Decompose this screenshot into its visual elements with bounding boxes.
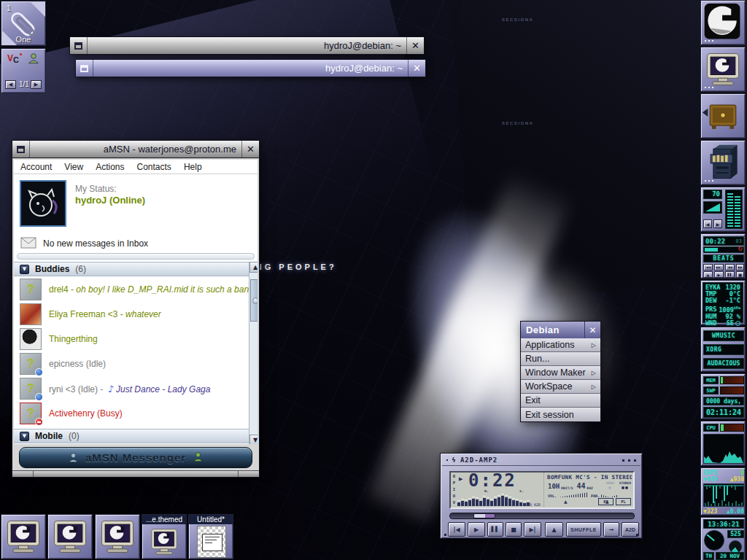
player-titlebar[interactable]: ϟ A2D-AMP2 xyxy=(442,455,640,466)
eject-button[interactable]: ▲ xyxy=(545,522,563,537)
window-menu-button[interactable] xyxy=(70,37,88,54)
clutterbar[interactable]: OPIOV xyxy=(452,473,457,506)
scroll-down-button[interactable]: ▼ xyxy=(249,435,258,444)
pager-prev-button[interactable]: ◀ xyxy=(5,80,16,89)
dock-cpu-tile[interactable]: CPU xyxy=(700,421,746,466)
equalizer-button[interactable]: EQ xyxy=(598,498,614,505)
dock-terminal-tile[interactable] xyxy=(700,47,746,92)
stop-button[interactable]: ■ xyxy=(736,271,744,278)
dock-network-tile[interactable]: ENPO 8 ▼649 ▲938 ▼323 ▲0.00 xyxy=(700,467,746,516)
dock-weather-tile[interactable]: EYKA1320 TMP0°C DEW-1°C PRS1009hPa HUM92… xyxy=(700,280,746,325)
track-title-marquee[interactable]: BOMFUNK MC'S - IN STEREO (+6 B xyxy=(547,474,632,481)
amsn-titlebar[interactable]: aMSN - waterjones@proton.me ✕ xyxy=(12,140,260,158)
workspace-pager[interactable]: V C ◀ 1/1 ▶ xyxy=(1,48,46,93)
dock-filecabinet-tile[interactable] xyxy=(700,140,746,185)
miniwindow-terminal[interactable] xyxy=(47,514,93,559)
menu-view[interactable]: View xyxy=(64,162,83,172)
shade-dot-button[interactable] xyxy=(628,459,630,462)
dock-applist-tile[interactable]: WMUSIC XORG AUDACIOUS xyxy=(700,327,746,372)
next-button[interactable]: ▶| xyxy=(524,522,541,537)
volume-handle[interactable]: ▲ xyxy=(564,499,568,504)
terminal-window-2-titlebar[interactable]: hydroJ@debian: ~ ✕ xyxy=(75,59,426,77)
mobile-group-header[interactable]: ▼ Mobile (0) xyxy=(14,429,249,443)
scroll-up-button[interactable]: ▲ xyxy=(249,262,258,273)
menu-account[interactable]: Account xyxy=(20,162,52,172)
menu-item-run[interactable]: Run... xyxy=(521,352,600,366)
collapse-button[interactable]: ▼ xyxy=(20,432,29,441)
applist-entry[interactable]: XORG xyxy=(703,344,744,355)
dock-mixer-tile[interactable]: 70 ◀ ▶ xyxy=(700,187,746,232)
resize-bar[interactable] xyxy=(12,470,259,477)
dock-clock-tile[interactable]: 13:36:21 525 TH 20 NOV xyxy=(700,517,746,560)
miniwindow-untitled[interactable]: Untitled* xyxy=(188,514,233,559)
shuffle-button[interactable]: SHUFFLE xyxy=(566,522,601,537)
buddy-row[interactable]: ? ryni <3 (Idle) - ♪Just Dance - Lady Ga… xyxy=(14,377,247,400)
mixer-prev-button[interactable]: ◀ xyxy=(703,219,712,228)
pause-button[interactable]: ▌▌ xyxy=(725,271,735,278)
dock-drawer-tile[interactable] xyxy=(700,93,746,139)
inbox-status-text[interactable]: No new messages in Inbox xyxy=(43,238,148,249)
swap-label: SWP xyxy=(703,386,719,394)
collapse-button[interactable]: ▼ xyxy=(20,265,29,274)
pager-next-button[interactable]: ▶ xyxy=(31,80,42,89)
pan-slider[interactable] xyxy=(601,492,619,497)
playlist-button[interactable]: PL xyxy=(616,498,631,505)
play-button[interactable]: ▶ xyxy=(468,522,485,537)
buddy-row[interactable]: ? Eliya Freeman <3 - whatever xyxy=(14,303,247,326)
buddy-row[interactable]: ? epicness (Idle) xyxy=(14,352,247,376)
workspace-clip[interactable]: 1 One xyxy=(1,1,46,46)
menu-item-window-maker[interactable]: Window Maker▷ xyxy=(521,366,600,380)
dock-sysmonitor-tile[interactable]: MEM SWP 0000 days, 02:11:24 xyxy=(700,373,746,419)
my-status-value[interactable]: hydroJ (Online) xyxy=(75,195,145,206)
minimize-dot-button[interactable] xyxy=(622,459,624,462)
close-button[interactable]: ✕ xyxy=(408,60,425,77)
rewind-button[interactable]: |◀◀ xyxy=(703,264,713,271)
dock-windowmaker-tile[interactable] xyxy=(700,0,746,45)
seek-handle[interactable] xyxy=(473,513,495,518)
buddy-row[interactable]: ? Thingerthing xyxy=(14,327,247,351)
amsn-messenger-banner[interactable]: aMSN Messenger xyxy=(19,447,252,468)
mixer-next-button[interactable]: ▶ xyxy=(713,219,722,228)
stop-button[interactable]: ■ xyxy=(506,522,522,537)
applist-entry[interactable]: WMUSIC xyxy=(703,330,744,341)
close-button[interactable]: ✕ xyxy=(406,37,424,54)
buddies-group-header[interactable]: ▼ Buddies (6) xyxy=(14,262,249,276)
buddy-row[interactable]: ? Activehenry (Busy) xyxy=(14,402,247,425)
menu-actions[interactable]: Actions xyxy=(96,162,124,172)
terminal-window-1-titlebar[interactable]: hydroJ@debian: ~ ✕ xyxy=(69,36,425,55)
menu-close-button[interactable]: ✕ xyxy=(584,322,600,338)
fastforward-button[interactable]: ▶▶| xyxy=(714,264,724,271)
miniwindow-terminal[interactable] xyxy=(1,514,46,559)
clip-next-arrow[interactable] xyxy=(30,1,45,17)
back-button[interactable]: ◀◀ xyxy=(725,264,735,271)
play-button[interactable]: ▶ xyxy=(714,271,724,278)
dock-music-progress[interactable]: ↻ xyxy=(703,246,744,253)
scrollbar[interactable]: ▲ ▼ xyxy=(249,262,258,444)
repeat-button[interactable]: → xyxy=(603,522,619,537)
menu-item-applications[interactable]: Applications▷ xyxy=(521,338,600,352)
close-button[interactable]: ✕ xyxy=(241,141,259,158)
window-menu-button[interactable] xyxy=(76,60,93,77)
menu-contacts[interactable]: Contacts xyxy=(137,162,171,172)
root-menu-titlebar[interactable]: Debian ✕ xyxy=(521,322,600,338)
scrollbar-thumb[interactable] xyxy=(250,279,258,322)
menu-item-exit[interactable]: Exit xyxy=(521,394,600,408)
close-dot-button[interactable] xyxy=(634,459,636,462)
menu-item-workspace[interactable]: WorkSpace▷ xyxy=(521,380,600,394)
forward-button[interactable]: ▶▶ xyxy=(736,264,744,271)
seek-bar[interactable] xyxy=(449,513,635,519)
dock-music-tile[interactable]: 00:22 03 ↻ BEATS |◀◀ ▶▶| ◀◀ ▶▶ ▲ ▶ ▌▌ ■ xyxy=(700,233,746,279)
buddy-row[interactable]: ? drel4 - oh boy! I like D_MP_RAI.mid it… xyxy=(14,278,247,301)
applist-entry[interactable]: AUDACIOUS xyxy=(703,358,744,369)
eject-button[interactable]: ▲ xyxy=(703,271,713,278)
window-menu-button[interactable] xyxy=(12,141,30,158)
previous-button[interactable]: |◀ xyxy=(448,522,465,537)
avatar[interactable] xyxy=(20,180,66,227)
menu-help[interactable]: Help xyxy=(184,162,202,172)
pause-button[interactable]: ▌▌ xyxy=(487,522,503,537)
miniwindow-themed[interactable]: ...e.themed xyxy=(142,514,187,559)
miniwindow-terminal[interactable] xyxy=(95,514,140,559)
volume-slider[interactable] xyxy=(558,492,589,497)
time-display[interactable]: 0:22 xyxy=(468,470,516,491)
menu-item-exit-session[interactable]: Exit session xyxy=(521,408,600,421)
